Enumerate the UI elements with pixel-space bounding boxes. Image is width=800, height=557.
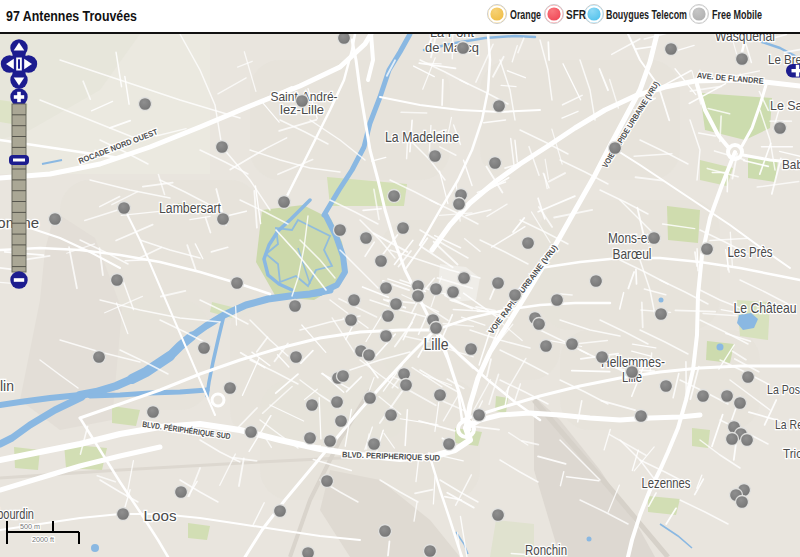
svg-text:500 m: 500 m — [20, 523, 40, 530]
svg-text:La Re: La Re — [775, 417, 800, 432]
svg-text:Lezennes: Lezennes — [642, 475, 691, 491]
svg-text:Le Château: Le Château — [734, 300, 797, 316]
svg-text:Orange: Orange — [510, 8, 541, 22]
svg-text:Ronchin: Ronchin — [525, 542, 567, 557]
svg-text:Le Sart: Le Sart — [770, 98, 800, 113]
svg-text:Free Mobile: Free Mobile — [712, 8, 762, 22]
svg-text:97 Antennes Trouvées: 97 Antennes Trouvées — [6, 7, 137, 24]
svg-text:lin: lin — [0, 378, 14, 394]
svg-text:Les Près: Les Près — [728, 244, 773, 260]
svg-text:de Marcq: de Marcq — [425, 40, 479, 55]
svg-text:SFR: SFR — [566, 8, 586, 22]
svg-text:Lambersart: Lambersart — [159, 200, 221, 216]
svg-text:La Madeleine: La Madeleine — [385, 129, 459, 145]
svg-text:Barœul: Barœul — [613, 246, 652, 262]
svg-text:2000 ft: 2000 ft — [32, 536, 54, 543]
svg-text:Loos: Loos — [144, 508, 177, 524]
svg-text:Bouygues Telecom: Bouygues Telecom — [606, 8, 687, 22]
svg-text:La Pos: La Pos — [767, 382, 800, 397]
svg-text:Haubourdin: Haubourdin — [0, 506, 34, 522]
svg-text:Bab: Bab — [782, 157, 800, 172]
svg-text:Tric: Tric — [783, 446, 800, 461]
svg-text:Lille: Lille — [424, 336, 449, 353]
